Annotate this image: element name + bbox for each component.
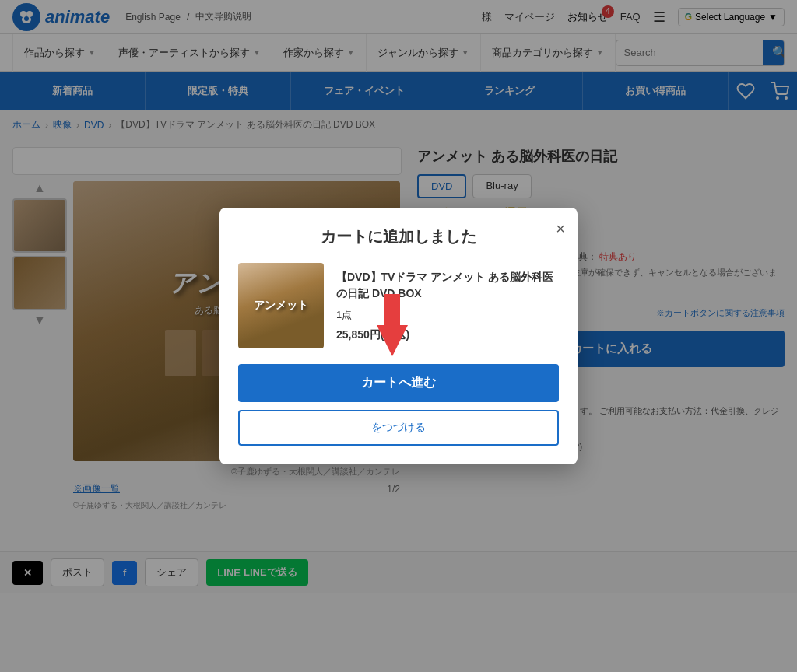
cart-button-container: カートへ進む	[238, 364, 559, 410]
modal-product-image: アンメット	[238, 263, 324, 348]
cart-added-modal: カートに追加しました × アンメット 【DVD】TVドラマ アンメット ある脳外…	[219, 208, 578, 464]
modal-close-button[interactable]: ×	[556, 220, 565, 238]
modal-product-details: 【DVD】TVドラマ アンメット ある脳外科医の日記 DVD BOX 1点 25…	[336, 263, 559, 348]
modal-overlay: カートに追加しました × アンメット 【DVD】TVドラマ アンメット ある脳外…	[0, 0, 797, 672]
modal-product-name: 【DVD】TVドラマ アンメット ある脳外科医の日記 DVD BOX	[336, 269, 559, 302]
modal-cart-button[interactable]: カートへ進む	[238, 364, 559, 402]
modal-continue-button[interactable]: をつづける	[238, 410, 559, 446]
modal-product-price: 25,850円(税込)	[336, 328, 559, 342]
modal-product-qty: 1点	[336, 308, 559, 322]
modal-title: カートに追加しました	[238, 226, 559, 247]
modal-product-info: アンメット 【DVD】TVドラマ アンメット ある脳外科医の日記 DVD BOX…	[238, 263, 559, 348]
